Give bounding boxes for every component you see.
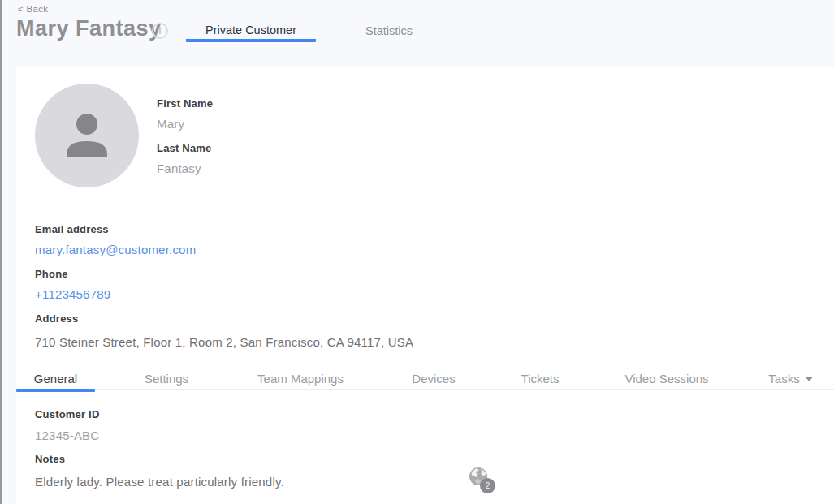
email-label: Email address (35, 223, 109, 235)
subtab-settings[interactable]: Settings (145, 368, 188, 389)
left-panel-edge (0, 0, 2, 504)
person-icon (35, 84, 139, 187)
tab-private-customer[interactable]: Private Customer (186, 19, 316, 42)
subtab-bar: General Settings Team Mappings Devices T… (16, 368, 834, 390)
subtab-devices[interactable]: Devices (412, 368, 455, 389)
last-name-label: Last Name (157, 142, 212, 154)
notes-label: Notes (35, 453, 65, 465)
email-link[interactable]: mary.fantasy@customer.com (35, 243, 196, 256)
subtab-general[interactable]: General (16, 368, 95, 389)
chevron-down-icon (806, 377, 814, 381)
info-icon[interactable]: i (152, 23, 168, 39)
customer-id-label: Customer ID (35, 408, 100, 420)
language-count-badge: 2 (480, 478, 495, 493)
subtab-tasks-label: Tasks (768, 372, 799, 386)
address-value: 710 Steiner Street, Floor 1, Room 2, San… (35, 335, 413, 349)
info-icon-glyph: i (158, 25, 161, 37)
customer-card: First Name Mary Last Name Fantasy Email … (16, 67, 834, 504)
last-name-value: Fantasy (157, 162, 201, 175)
subtab-video-sessions[interactable]: Video Sessions (624, 368, 708, 389)
address-label: Address (35, 312, 78, 325)
language-widget[interactable]: 2 (469, 467, 498, 496)
subtab-tickets[interactable]: Tickets (521, 368, 560, 389)
subtab-team-mappings[interactable]: Team Mappings (257, 368, 344, 389)
subtab-tasks[interactable]: Tasks (768, 368, 813, 389)
notes-value: Elderly lady. Please treat particularly … (35, 475, 284, 489)
avatar[interactable] (35, 84, 139, 187)
phone-label: Phone (35, 268, 68, 280)
first-name-value: Mary (157, 117, 184, 131)
phone-link[interactable]: +1123456789 (35, 287, 110, 301)
tab-statistics[interactable]: Statistics (365, 24, 413, 37)
first-name-label: First Name (157, 97, 213, 110)
customer-id-value: 12345-ABC (35, 429, 99, 442)
back-link[interactable]: < Back (18, 4, 48, 14)
page-title: Mary Fantasy (16, 16, 162, 41)
